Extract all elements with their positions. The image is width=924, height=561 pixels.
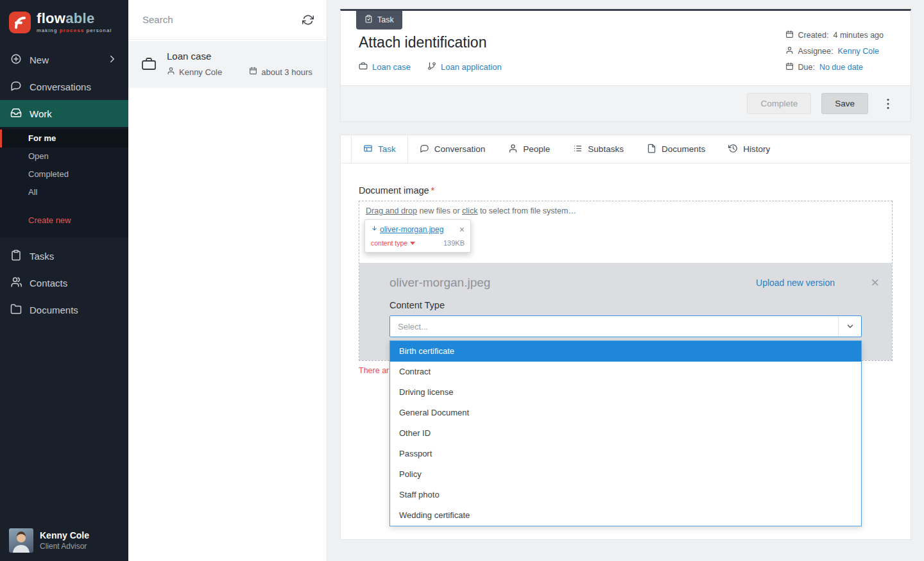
drag-drop-link[interactable]: Drag and drop	[366, 206, 417, 215]
select-placeholder: Select...	[390, 322, 838, 331]
person-icon	[508, 144, 518, 155]
remove-file-icon[interactable]: ×	[459, 225, 465, 234]
sidebar-item-documents[interactable]: Documents	[0, 296, 128, 323]
download-icon	[371, 225, 378, 234]
tab-task[interactable]: Task	[351, 135, 408, 163]
dropdown-option[interactable]: Passport	[390, 444, 861, 464]
briefcase-icon	[141, 56, 157, 72]
click-to-select-link[interactable]: click	[462, 206, 477, 215]
user-profile[interactable]: Kenny Cole Client Advisor	[0, 520, 128, 561]
list-item[interactable]: Loan case Kenny Cole about 3 hours	[128, 41, 327, 88]
list-item-title: Loan case	[167, 51, 312, 62]
assignee-row: Assignee: Kenny Cole	[785, 46, 884, 56]
dropdown-option[interactable]: Other ID	[390, 423, 861, 444]
chat-icon	[420, 144, 429, 155]
tab-conversation[interactable]: Conversation	[408, 135, 497, 163]
history-icon	[728, 144, 738, 155]
file-dropzone[interactable]: Drag and drop new files or click to sele…	[359, 201, 893, 361]
content-type-select[interactable]: Select...	[389, 315, 862, 337]
sidebar-subitem-create-new[interactable]: Create new	[0, 212, 128, 230]
assignee-value-link[interactable]: Kenny Cole	[837, 47, 879, 56]
flowable-logo-icon	[9, 12, 31, 33]
refresh-icon[interactable]	[302, 14, 314, 26]
file-chip: oliver-morgan.jpeg × content type 139KB	[364, 219, 471, 253]
plus-circle-icon	[10, 53, 22, 67]
dropdown-option[interactable]: Contract	[390, 362, 861, 382]
tagline-making: making	[37, 28, 60, 33]
work-submenu: For me Open Completed All Create new	[0, 127, 128, 237]
dropzone-hint: Drag and drop new files or click to sele…	[359, 201, 892, 215]
folder-icon	[10, 303, 22, 317]
tab-history[interactable]: History	[717, 135, 782, 163]
sidebar: flowable making process personal New Con…	[0, 0, 128, 561]
due-label: Due:	[798, 63, 815, 72]
process-link-label: Loan application	[441, 62, 502, 72]
save-button[interactable]: Save	[821, 93, 868, 114]
process-branch-icon	[427, 62, 436, 72]
sidebar-subitem-completed[interactable]: Completed	[0, 165, 128, 183]
sidebar-item-label: Contacts	[30, 278, 67, 289]
sidebar-item-contacts[interactable]: Contacts	[0, 269, 128, 296]
sidebar-item-new[interactable]: New	[0, 46, 128, 73]
list-item-assignee: Kenny Cole	[179, 67, 222, 77]
work-list-pane: Loan case Kenny Cole about 3 hours	[128, 0, 327, 561]
more-options-icon[interactable]	[881, 97, 895, 111]
user-info: Kenny Cole Client Advisor	[40, 530, 89, 551]
sidebar-item-tasks[interactable]: Tasks	[0, 242, 128, 269]
document-icon	[647, 144, 656, 155]
avatar	[9, 528, 33, 553]
chevron-down-icon[interactable]	[838, 316, 861, 337]
calendar-icon	[249, 67, 257, 77]
dropdown-option[interactable]: Birth certificate	[390, 341, 861, 362]
person-icon	[785, 46, 794, 56]
dropdown-option[interactable]: Driving license	[390, 382, 861, 403]
chevron-right-icon	[107, 53, 118, 67]
clipboard-icon	[10, 249, 22, 263]
task-form: Document image* Drag and drop new files …	[341, 163, 911, 375]
upload-new-version-link[interactable]: Upload new version	[756, 278, 835, 288]
case-link[interactable]: Loan case	[359, 62, 411, 72]
sidebar-item-work[interactable]: Work	[0, 100, 128, 127]
due-value-link[interactable]: No due date	[819, 63, 863, 72]
complete-button[interactable]: Complete	[747, 93, 811, 114]
file-download-link[interactable]: oliver-morgan.jpeg	[371, 225, 458, 234]
sidebar-subitem-for-me[interactable]: For me	[0, 130, 128, 147]
task-meta: Created: 4 minutes ago Assignee: Kenny C…	[785, 30, 884, 78]
tab-documents[interactable]: Documents	[635, 135, 717, 163]
list-item-body: Loan case Kenny Cole about 3 hours	[167, 51, 312, 77]
dropdown-option[interactable]: General Document	[390, 403, 861, 423]
file-chip-name: oliver-morgan.jpeg	[380, 225, 443, 234]
dropdown-option[interactable]: Wedding certificate	[390, 505, 861, 526]
sidebar-item-label: Tasks	[30, 251, 54, 262]
task-detail-card: Task Conversation People Subtasks Docume…	[340, 135, 911, 540]
tagline-personal: personal	[84, 28, 112, 33]
task-tab-icon	[363, 144, 373, 155]
tab-bar: Task Conversation People Subtasks Docume…	[341, 135, 911, 163]
case-link-label: Loan case	[372, 62, 411, 72]
close-preview-icon[interactable]: ×	[871, 276, 879, 290]
chip-content-type-toggle[interactable]: content type	[371, 239, 443, 247]
tab-people[interactable]: People	[497, 135, 561, 163]
users-icon	[10, 276, 22, 290]
brand-flow: flow	[37, 10, 65, 26]
created-value: 4 minutes ago	[833, 31, 884, 40]
tab-label: History	[743, 144, 770, 154]
file-size: 139KB	[443, 239, 465, 247]
dropdown-option[interactable]: Staff photo	[390, 485, 861, 505]
task-header-card: Task Attach identification Loan case Loa…	[340, 9, 911, 122]
field-label: Document image*	[359, 185, 893, 196]
content-type-label: Content Type	[389, 300, 862, 310]
tab-subtasks[interactable]: Subtasks	[561, 135, 635, 163]
brand-able: able	[65, 10, 94, 26]
process-link[interactable]: Loan application	[427, 62, 502, 72]
sidebar-subitem-all[interactable]: All	[0, 183, 128, 201]
sidebar-item-conversations[interactable]: Conversations	[0, 73, 128, 100]
tab-label: Conversation	[434, 144, 486, 154]
sidebar-subitem-open[interactable]: Open	[0, 147, 128, 165]
sidebar-item-label: Work	[30, 108, 52, 119]
dropdown-option[interactable]: Policy	[390, 464, 861, 485]
flowable-logo: flowable making process personal	[0, 0, 128, 46]
search-input[interactable]	[141, 13, 296, 26]
tab-label: People	[523, 144, 550, 154]
created-label: Created:	[798, 31, 829, 40]
